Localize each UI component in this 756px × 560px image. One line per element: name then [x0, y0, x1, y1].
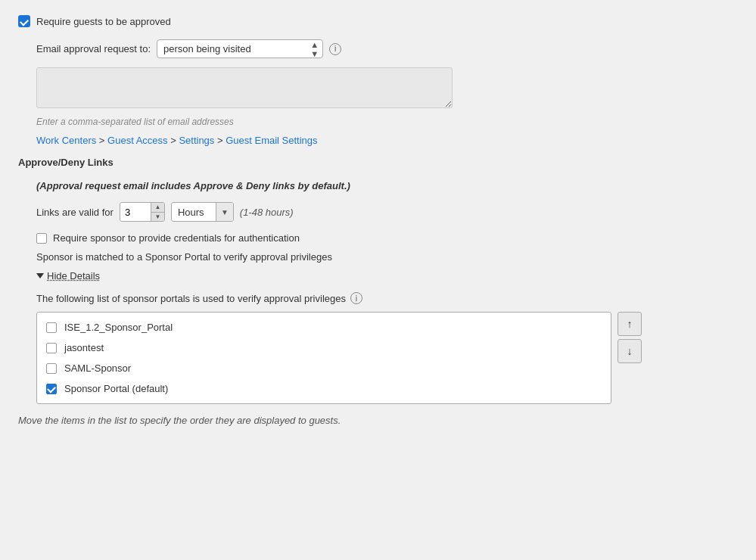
hours-dropdown-arrow-icon: ▼ [216, 203, 233, 221]
move-down-button[interactable]: ↓ [618, 339, 642, 363]
breadcrumb-sep2: > [168, 135, 179, 146]
portal-item-4[interactable]: Sponsor Portal (default) [37, 378, 611, 399]
breadcrumb-sep3: > [214, 135, 226, 146]
approve-deny-block: (Approval request email includes Approve… [36, 180, 738, 404]
portal-item-2[interactable]: jasontest [37, 338, 611, 358]
links-valid-spinner-wrap: ▲ ▼ [120, 202, 165, 222]
sponsor-portals-label: The following list of sponsor portals is… [36, 292, 738, 304]
portal-label-2: jasontest [64, 342, 104, 353]
require-sponsor-label: Require sponsor to provide credentials f… [53, 232, 300, 244]
spinner-buttons: ▲ ▼ [151, 203, 164, 221]
portal-label-1: ISE_1.2_Sponsor_Portal [64, 322, 173, 333]
email-list-textarea[interactable] [36, 67, 453, 108]
portals-list: ISE_1.2_Sponsor_Portal jasontest SAML-Sp… [36, 312, 611, 404]
breadcrumb-settings[interactable]: Settings [179, 135, 214, 146]
main-container: Require guests to be approved Email appr… [18, 15, 738, 426]
portal-checkbox-1[interactable] [46, 322, 57, 333]
email-hint-text: Enter a comma-separated list of email ad… [36, 117, 738, 127]
require-sponsor-checkbox[interactable] [36, 233, 47, 244]
portal-checkbox-2[interactable] [46, 343, 57, 353]
require-guests-row: Require guests to be approved [18, 15, 738, 27]
move-up-button[interactable]: ↑ [618, 312, 642, 336]
approve-deny-title: Approve/Deny Links [18, 157, 738, 168]
portal-item-1[interactable]: ISE_1.2_Sponsor_Portal [37, 317, 611, 338]
require-sponsor-row: Require sponsor to provide credentials f… [36, 232, 738, 244]
links-valid-label: Links are valid for [36, 207, 114, 218]
sponsor-matched-text: Sponsor is matched to a Sponsor Portal t… [36, 251, 738, 263]
bottom-instruction-text: Move the items in the list to specify th… [18, 415, 738, 426]
email-approval-info-icon[interactable]: i [329, 43, 341, 55]
breadcrumb-guest-email[interactable]: Guest Email Settings [226, 135, 317, 146]
approve-deny-note: (Approval request email includes Approve… [36, 180, 738, 191]
email-textarea-wrap [36, 67, 738, 110]
portals-container: ISE_1.2_Sponsor_Portal jasontest SAML-Sp… [36, 312, 738, 404]
hours-select-wrap: Hours Minutes Days ▼ [171, 202, 234, 222]
breadcrumb-guest-access[interactable]: Guest Access [107, 135, 167, 146]
portal-checkbox-3[interactable] [46, 363, 57, 374]
require-guests-checkbox[interactable] [18, 15, 30, 27]
portal-label-3: SAML-Sponsor [64, 362, 131, 374]
up-down-buttons: ↑ ↓ [618, 312, 642, 363]
sponsor-portals-text: The following list of sponsor portals is… [36, 293, 346, 304]
email-approval-label: Email approval request to: [36, 43, 151, 54]
hide-details-triangle-icon [36, 273, 44, 278]
portal-label-4: Sponsor Portal (default) [64, 383, 168, 394]
hours-select[interactable]: Hours Minutes Days [172, 205, 216, 219]
sponsor-portals-info-icon[interactable]: i [350, 292, 362, 304]
hide-details-link[interactable]: Hide Details [47, 270, 100, 282]
require-guests-label: Require guests to be approved [36, 16, 171, 27]
breadcrumb-work-centers[interactable]: Work Centers [36, 135, 96, 146]
links-valid-row: Links are valid for ▲ ▼ Hours Minutes Da… [36, 202, 738, 222]
spinner-down-button[interactable]: ▼ [151, 213, 164, 222]
person-select[interactable]: person being visited other email address… [157, 39, 323, 58]
portal-checkbox-4[interactable] [46, 384, 57, 394]
portal-item-3[interactable]: SAML-Sponsor [37, 358, 611, 378]
email-approval-row: Email approval request to: person being … [36, 39, 738, 58]
hours-range-text: (1-48 hours) [240, 207, 294, 218]
breadcrumb-sep1: > [96, 135, 107, 146]
spinner-up-button[interactable]: ▲ [151, 203, 164, 213]
person-select-wrap: person being visited other email address… [157, 39, 323, 58]
hide-details-row[interactable]: Hide Details [36, 270, 738, 282]
breadcrumb: Work Centers > Guest Access > Settings >… [36, 135, 738, 146]
